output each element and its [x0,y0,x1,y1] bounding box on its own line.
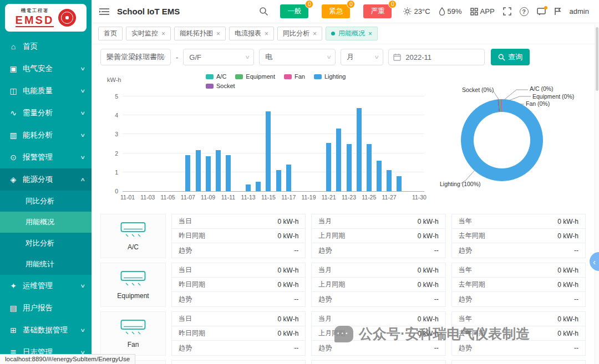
legend-item-equipment[interactable]: Equipment [235,73,275,80]
query-button[interactable]: 查询 [491,49,530,65]
date-picker[interactable]: 2022-11 [388,49,485,65]
badge-count: 0 [305,0,313,8]
ac-unit-icon [120,222,146,240]
x-tick-label: 11-21 [322,194,336,201]
sidebar-item-energy-subitem[interactable]: ◈能源分项∧ [0,168,92,191]
badge-count: 0 [347,0,355,8]
sidebar-item-demand-analysis[interactable]: ∿需量分析∨ [0,102,92,124]
sidebar-item-ops-management[interactable]: ✦运维管理∨ [0,275,92,297]
sidebar-item-electrical-safety[interactable]: ▣电气安全∨ [0,58,92,80]
stat-cell: 当日0 kW-h [172,214,305,229]
sidebar-item-alarm-management[interactable]: ⊙报警管理∨ [0,146,92,168]
stat-cell: 趋势-- [452,292,585,306]
bar-plot: 01234511-0111-0311-0511-0711-0911-1111-1… [123,96,424,192]
help-icon[interactable]: ? [520,7,529,16]
legend-item-lighting[interactable]: Lighting [314,73,346,80]
scrollbar-thumb[interactable] [596,27,598,91]
bar-11-16 [276,170,281,191]
stat-cell: 趋势-- [312,243,445,258]
tab-4[interactable]: 同比分析× [277,27,322,40]
floor-select[interactable]: G/F ∨ [183,49,254,65]
sidebar-item-energy-statistics[interactable]: 用能统计 [0,254,92,275]
sidebar-item-yoy-analysis[interactable]: 同比分析 [0,191,92,212]
x-tick-label: 11-09 [201,194,215,201]
stat-cell: 趋势-- [172,292,305,306]
demand-icon: ∿ [9,109,18,117]
fan-icon [120,319,146,338]
legend-item-a-c[interactable]: A/C [206,73,226,80]
stat-cell: 昨日同期0 kW-h [172,326,305,341]
stat-group: 当月0 kW-h上月同期0 kW-h趋势-- [311,311,445,356]
alarm-button-general[interactable]: 一般0 [280,4,308,18]
stat-cell: 去年同期0 kW-h [452,326,585,341]
sidebar: 機電工程署 EMSD ⌂首页▣电气安全∨◫电能质量∨∿需量分析∨▥能耗分析∨⊙报… [0,0,92,364]
x-tick-label: 11-05 [161,194,175,201]
stat-cell: 趋势-- [452,243,585,258]
fullscreen-icon[interactable] [503,7,511,16]
user-menu[interactable]: admin [570,7,589,16]
x-tick-label: 11-13 [241,194,256,201]
hamburger-menu-icon[interactable] [99,8,109,16]
y-tick-label: 4 [109,112,118,119]
legend-item-fan[interactable]: Fan [284,73,305,80]
bar-11-22 [336,129,341,191]
sidebar-item-power-quality[interactable]: ◫电能质量∨ [0,80,92,102]
donut-ring[interactable] [461,99,543,181]
tab-5[interactable]: 用能概况× [326,27,378,40]
close-icon[interactable]: × [216,30,220,37]
pie-label-a-c: A/C (0%) [530,85,554,92]
bar-chart: kW-h A/CEquipmentFanLighting Socket 0123… [100,70,433,209]
x-tick-label: 11-01 [120,194,135,201]
message-icon[interactable] [537,8,546,16]
stat-group: 当月0 kW-h上月同期0 kW-h趋势-- [311,214,445,258]
close-icon[interactable]: × [265,30,268,37]
legend-item-socket[interactable]: Socket [206,83,235,89]
sidebar-item-energy-analysis[interactable]: ▥能耗分析∨ [0,124,92,146]
close-icon[interactable]: × [368,30,372,37]
calendar-icon [393,53,401,61]
bar-11-27 [387,170,392,191]
flag-icon[interactable] [554,7,561,16]
legend-marker-icon [284,74,292,79]
emsd-seal-icon [58,9,76,27]
tab-3[interactable]: 电流报表× [229,27,274,40]
gridline [123,153,424,153]
x-tick-label: 11-03 [140,194,155,201]
bar-11-14 [256,182,261,191]
tab-0[interactable]: 首页 [98,27,123,40]
y-tick-label: 0 [109,188,118,194]
stat-cell: 趋势-- [312,341,445,355]
sidebar-item-comparison-analysis[interactable]: 对比分析 [0,233,92,254]
humidity-value: 59% [448,7,462,16]
category-cell: Fan [100,311,166,356]
weather-item: 23°C [403,7,430,16]
alarm-icon: ⊙ [9,153,18,162]
app-item[interactable]: APP [470,7,495,16]
close-icon[interactable]: × [161,30,165,37]
school-select[interactable]: 樂善堂梁銶琚書院 ∨ [100,49,171,65]
gridline [123,115,424,115]
period-select[interactable]: 月 ∨ [341,49,383,65]
active-tab-dot [331,32,335,35]
search-icon[interactable] [259,7,268,16]
stat-cell: 趋势-- [312,292,445,306]
tab-2[interactable]: 能耗拓扑图× [174,27,226,40]
tab-1[interactable]: 实时监控× [126,27,171,40]
bar-11-13 [246,184,251,191]
energy-type-select[interactable]: 电 ∨ [259,49,336,65]
stat-cell: 当年0 kW-h [452,263,585,278]
stat-cell: 昨日同期0 kW-h [172,229,305,243]
sidebar-item-home[interactable]: ⌂首页 [0,35,92,58]
alarm-button-urgent[interactable]: 紧急0 [322,4,350,18]
alarm-button-critical[interactable]: 严重0 [363,4,392,18]
x-tick-label: 11-23 [342,194,356,201]
sidebar-item-basic-data[interactable]: ⊞基础数据管理∨ [0,319,92,341]
close-icon[interactable]: × [313,30,317,37]
pie-chart: Socket (0%)A/C (0%)Equipment (0%)Fan (0%… [433,70,586,209]
emsd-logo: 機電工程署 EMSD [5,4,87,32]
search-icon [498,54,505,61]
legend-row-2: Socket [206,83,346,89]
scrollbar[interactable] [595,24,599,364]
sidebar-item-user-report[interactable]: ▤用户报告 [0,297,92,319]
sidebar-item-energy-overview[interactable]: 用能概况 [0,212,92,233]
